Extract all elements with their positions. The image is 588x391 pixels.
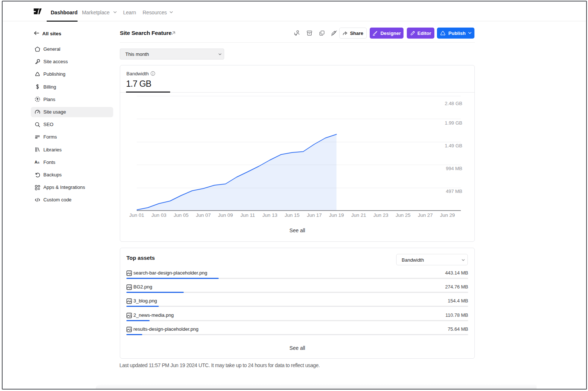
svg-text:A: A: [35, 160, 37, 164]
svg-text:a: a: [37, 161, 39, 164]
